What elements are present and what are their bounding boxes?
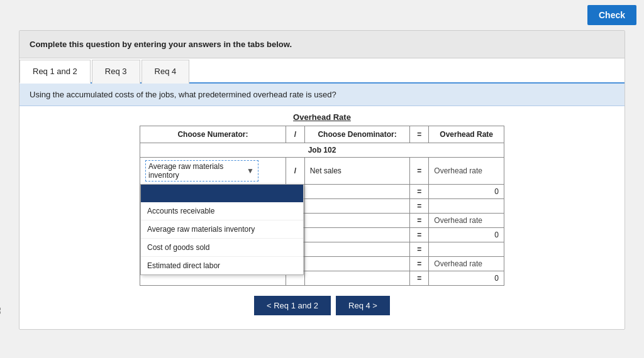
numerator-select-1[interactable]: Average raw materialsinventory ▼ xyxy=(145,160,258,182)
row3-rate xyxy=(429,199,504,214)
row2-rate: 0 xyxy=(429,185,504,199)
dropdown-arrow-1[interactable]: ▼ xyxy=(245,166,255,176)
row6-equals: = xyxy=(410,242,429,257)
dropdown-menu: Accounts receivable Average raw material… xyxy=(140,184,304,275)
dropdown-item-cogs[interactable]: Cost of goods sold xyxy=(141,239,303,257)
tab-req4[interactable]: Req 4 xyxy=(142,60,190,84)
row1-separator: / xyxy=(286,158,304,185)
row4-equals: = xyxy=(410,214,429,228)
col-denominator: Choose Denominator: xyxy=(304,126,410,143)
nav-buttons: < Req 1 and 2 Req 4 > xyxy=(57,286,587,323)
overhead-table: Overhead Rate Choose Numerator: / Choose… xyxy=(140,112,504,286)
tab-req3[interactable]: Req 3 xyxy=(92,60,140,84)
row2-equals: = xyxy=(410,185,429,199)
row7-rate: Overhead rate xyxy=(429,257,504,271)
row6-rate xyxy=(429,242,504,257)
instruction-bar: Complete this question by entering your … xyxy=(19,31,625,58)
dropdown-item-est-direct-labor[interactable]: Estimated direct labor xyxy=(141,257,303,274)
dropdown-item-accounts-receivable[interactable]: Accounts receivable xyxy=(141,202,303,220)
col-rate: Overhead Rate xyxy=(429,126,504,143)
prev-button[interactable]: < Req 1 and 2 xyxy=(254,296,331,315)
numerator-cell-1[interactable]: Average raw materialsinventory ▼ Account… xyxy=(140,158,286,185)
col-numerator: Choose Numerator: xyxy=(140,126,286,143)
dropdown-header xyxy=(141,185,303,202)
col-equals-header: = xyxy=(410,126,429,143)
row7-equals: = xyxy=(410,257,429,271)
row7-denominator[interactable] xyxy=(304,257,410,271)
row5-equals: = xyxy=(410,228,429,242)
row5-denominator[interactable] xyxy=(304,228,410,242)
col-separator: / xyxy=(286,126,304,143)
next-button[interactable]: Req 4 > xyxy=(336,296,390,315)
dropdown-item-avg-raw-materials[interactable]: Average raw materials inventory xyxy=(141,220,303,239)
check-button[interactable]: Check xyxy=(587,5,636,25)
table-row: Average raw materialsinventory ▼ Account… xyxy=(140,158,504,185)
row3-equals: = xyxy=(410,199,429,214)
es-label: es xyxy=(0,307,2,315)
row8-rate: 0 xyxy=(429,271,504,286)
selected-numerator-text: Average raw materialsinventory xyxy=(148,162,245,180)
row1-denominator-text: Net sales xyxy=(310,166,341,175)
row1-rate: Overhead rate xyxy=(429,158,504,185)
row5-rate: 0 xyxy=(429,228,504,242)
job-row: Job 102 xyxy=(140,143,504,158)
tabs-bar: Req 1 and 2 Req 3 Req 4 xyxy=(19,58,625,84)
row1-equals: = xyxy=(410,158,429,185)
row4-denominator[interactable] xyxy=(304,214,410,228)
row8-denominator[interactable] xyxy=(304,271,410,286)
row3-denominator[interactable] xyxy=(304,199,410,214)
row8-equals: = xyxy=(410,271,429,286)
table-caption: Overhead Rate xyxy=(140,112,504,122)
row6-denominator[interactable] xyxy=(304,242,410,257)
row1-denominator[interactable]: Net sales xyxy=(304,158,410,185)
question-bar: Using the accumulated costs of the jobs,… xyxy=(19,84,625,106)
tab-req1and2[interactable]: Req 1 and 2 xyxy=(19,60,91,84)
row2-denominator[interactable] xyxy=(304,185,410,199)
row4-rate: Overhead rate xyxy=(429,214,504,228)
job-label: Job 102 xyxy=(140,143,504,158)
